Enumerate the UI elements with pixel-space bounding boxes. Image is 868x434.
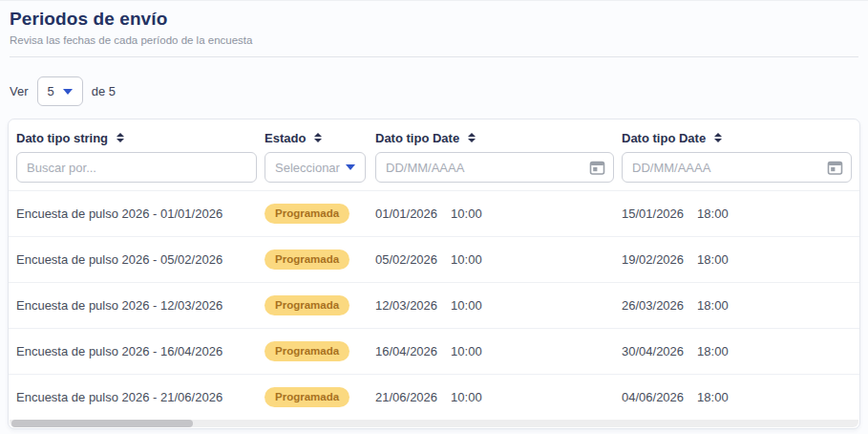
end-date: 19/02/2026 — [622, 252, 684, 267]
pagesize-value: 5 — [48, 84, 54, 98]
end-date: 04/06/2026 — [622, 390, 684, 404]
calendar-icon[interactable] — [589, 160, 605, 176]
row-start: 21/06/202610:00 — [375, 390, 622, 404]
start-time: 10:00 — [451, 252, 482, 267]
end-time: 18:00 — [697, 344, 729, 358]
sort-icon[interactable] — [714, 133, 722, 142]
end-date: 30/04/2026 — [622, 344, 684, 358]
column-header-date-end[interactable]: Dato tipo Date — [622, 129, 852, 146]
status-badge: Programada — [265, 250, 349, 271]
page-title: Periodos de envío — [10, 9, 858, 30]
status-badge: Programada — [265, 387, 349, 408]
row-estado: Programada — [265, 204, 375, 225]
end-time: 18:00 — [697, 298, 729, 313]
column-header-label: Dato tipo string — [16, 131, 108, 145]
estado-select[interactable]: Seleccionar — [265, 152, 366, 183]
caret-down-icon — [346, 164, 355, 170]
caret-down-icon — [63, 89, 73, 95]
start-time: 10:00 — [451, 206, 482, 221]
sort-icon[interactable] — [468, 133, 476, 142]
start-time: 10:00 — [451, 298, 482, 313]
date-start-input[interactable] — [376, 161, 589, 175]
start-date: 16/04/2026 — [375, 344, 437, 358]
search-input[interactable] — [16, 152, 257, 183]
end-date: 15/01/2026 — [622, 206, 684, 221]
date-start-input-wrap — [375, 152, 614, 183]
table-row[interactable]: Encuesta de pulso 2026 - 01/01/2026 Prog… — [9, 190, 859, 236]
pagesize-total: de 5 — [92, 84, 116, 98]
sort-icon[interactable] — [314, 133, 322, 142]
table-row[interactable]: Encuesta de pulso 2026 - 21/06/2026 Prog… — [9, 374, 859, 420]
start-date: 12/03/2026 — [375, 298, 437, 313]
start-time: 10:00 — [451, 344, 482, 358]
date-end-input-wrap — [622, 152, 852, 183]
row-end: 30/04/202618:00 — [622, 344, 852, 358]
row-estado: Programada — [265, 387, 375, 408]
row-estado: Programada — [265, 295, 375, 316]
start-date: 05/02/2026 — [375, 252, 437, 267]
start-date: 01/01/2026 — [375, 206, 437, 221]
column-header-string[interactable]: Dato tipo string — [16, 129, 265, 146]
pagesize-label: Ver — [10, 84, 29, 98]
row-end: 04/06/202618:00 — [622, 390, 852, 404]
table-row[interactable]: Encuesta de pulso 2026 - 05/02/2026 Prog… — [9, 236, 859, 282]
table-header-row: Dato tipo string Estado Dato tipo Date D… — [9, 119, 859, 146]
table-row[interactable]: Encuesta de pulso 2026 - 12/03/2026 Prog… — [9, 282, 859, 328]
end-time: 18:00 — [697, 206, 729, 221]
status-badge: Programada — [265, 341, 349, 362]
column-header-date-start[interactable]: Dato tipo Date — [375, 129, 622, 146]
status-badge: Programada — [265, 204, 349, 225]
column-header-label: Estado — [265, 131, 306, 145]
calendar-icon[interactable] — [827, 160, 843, 176]
end-time: 18:00 — [697, 252, 729, 267]
row-start: 12/03/202610:00 — [375, 298, 622, 313]
row-name: Encuesta de pulso 2026 - 21/06/2026 — [16, 390, 265, 404]
column-header-label: Dato tipo Date — [375, 131, 459, 145]
row-estado: Programada — [265, 250, 375, 271]
page-header: Periodos de envío Revisa las fechas de c… — [0, 1, 868, 57]
row-name: Encuesta de pulso 2026 - 16/04/2026 — [16, 344, 265, 358]
filter-cell-string — [16, 152, 265, 183]
row-name: Encuesta de pulso 2026 - 01/01/2026 — [16, 206, 265, 221]
start-time: 10:00 — [451, 390, 482, 404]
row-start: 05/02/202610:00 — [375, 252, 622, 267]
page-subtitle: Revisa las fechas de cada período de la … — [10, 34, 858, 46]
filter-cell-estado: Seleccionar — [265, 152, 375, 183]
pagesize-select[interactable]: 5 — [37, 76, 83, 106]
pagesize-bar: Ver 5 de 5 — [0, 57, 868, 119]
filter-cell-date-start — [375, 152, 622, 183]
periods-table: Dato tipo string Estado Dato tipo Date D… — [8, 119, 860, 429]
column-header-estado[interactable]: Estado — [265, 129, 375, 146]
row-end: 26/03/202618:00 — [622, 298, 852, 313]
column-header-label: Dato tipo Date — [622, 131, 706, 145]
row-end: 19/02/202618:00 — [622, 252, 852, 267]
row-start: 01/01/202610:00 — [375, 206, 622, 221]
end-date: 26/03/2026 — [622, 298, 684, 313]
table-row[interactable]: Encuesta de pulso 2026 - 16/04/2026 Prog… — [9, 328, 859, 374]
row-name: Encuesta de pulso 2026 - 05/02/2026 — [16, 252, 265, 267]
estado-select-value: Seleccionar — [275, 161, 340, 175]
horizontal-scrollbar-track[interactable] — [10, 420, 858, 427]
end-time: 18:00 — [697, 390, 729, 404]
date-end-input[interactable] — [623, 161, 827, 175]
row-start: 16/04/202610:00 — [375, 344, 622, 358]
horizontal-scrollbar-thumb[interactable] — [11, 420, 193, 427]
status-badge: Programada — [265, 295, 349, 316]
row-name: Encuesta de pulso 2026 - 12/03/2026 — [16, 298, 265, 313]
sort-icon[interactable] — [116, 133, 124, 142]
filter-cell-date-end — [622, 152, 852, 183]
row-end: 15/01/202618:00 — [622, 206, 852, 221]
row-estado: Programada — [265, 341, 375, 362]
start-date: 21/06/2026 — [375, 390, 437, 404]
table-filter-row: Seleccionar — [9, 152, 859, 190]
